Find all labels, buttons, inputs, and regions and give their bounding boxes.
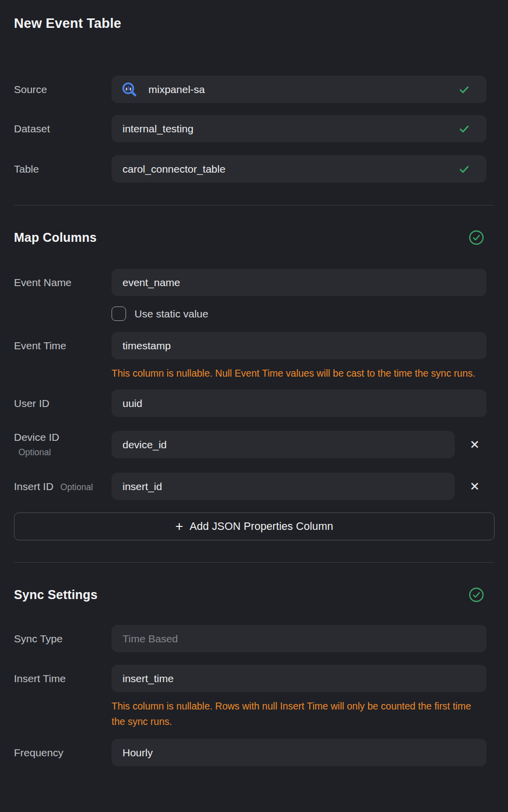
insert-time-value: insert_time	[123, 673, 174, 685]
insert-id-value: insert_id	[123, 481, 162, 493]
sync-type-row: Sync Type Time Based	[14, 625, 495, 652]
insert-time-input[interactable]: insert_time	[112, 665, 487, 692]
table-input[interactable]: carol_connector_table	[112, 155, 487, 183]
event-time-label: Event Time	[14, 340, 66, 351]
insert-id-optional-tag: Optional	[60, 482, 93, 493]
insert-time-nullable-warning: This column is nullable. Rows with null …	[112, 699, 484, 729]
event-time-value: timestamp	[123, 340, 171, 352]
dataset-input[interactable]: internal_testing	[112, 115, 487, 142]
frequency-input[interactable]: Hourly	[112, 739, 487, 766]
user-id-value: uuid	[123, 398, 142, 409]
device-id-input[interactable]: device_id	[112, 431, 455, 458]
source-label: Source	[14, 84, 47, 95]
sync-type-value: Time Based	[123, 633, 178, 645]
table-value: carol_connector_table	[123, 163, 226, 175]
frequency-label: Frequency	[14, 747, 63, 758]
insert-id-label: Insert ID	[14, 481, 53, 493]
frequency-value: Hourly	[123, 747, 153, 759]
map-columns-header: Map Columns	[14, 229, 495, 245]
page-title: New Event Table	[14, 15, 495, 32]
sync-type-label: Sync Type	[14, 633, 63, 644]
section-complete-check-icon	[469, 587, 484, 603]
static-value-row: Use static value	[112, 306, 495, 321]
event-name-row: Event Name event_name	[14, 269, 495, 296]
insert-id-row: Insert ID Optional insert_id ✕	[14, 473, 495, 500]
valid-check-icon	[458, 83, 471, 96]
insert-time-label: Insert Time	[14, 673, 66, 684]
device-id-remove-button[interactable]: ✕	[455, 431, 495, 458]
x-icon: ✕	[470, 481, 480, 493]
add-json-properties-button[interactable]: + Add JSON Properties Column	[14, 512, 495, 540]
dataset-label: Dataset	[14, 123, 50, 134]
source-value: mixpanel-sa	[148, 84, 205, 96]
add-json-properties-label: Add JSON Properties Column	[190, 520, 333, 533]
device-id-row: Device ID Optional device_id ✕	[14, 431, 495, 458]
dataset-value: internal_testing	[123, 123, 193, 135]
table-label: Table	[14, 163, 39, 175]
user-id-input[interactable]: uuid	[112, 390, 487, 417]
new-event-table-form: New Event Table Source mixpanel-sa Datas…	[0, 0, 508, 766]
valid-check-icon	[458, 163, 471, 176]
user-id-label: User ID	[14, 398, 49, 409]
event-time-row: Event Time timestamp	[14, 332, 495, 359]
x-icon: ✕	[470, 439, 480, 451]
plus-icon: +	[175, 520, 183, 533]
frequency-row: Frequency Hourly	[14, 739, 495, 766]
event-name-value: event_name	[123, 277, 180, 289]
event-name-input[interactable]: event_name	[112, 269, 487, 296]
insert-id-remove-button[interactable]: ✕	[455, 473, 495, 500]
insert-id-input[interactable]: insert_id	[112, 473, 455, 500]
device-id-optional-tag: Optional	[18, 447, 112, 458]
user-id-row: User ID uuid	[14, 390, 495, 417]
sync-settings-title: Sync Settings	[14, 588, 98, 602]
use-static-value-checkbox[interactable]	[112, 306, 126, 321]
section-divider	[14, 562, 495, 563]
map-columns-title: Map Columns	[14, 230, 97, 245]
event-time-input[interactable]: timestamp	[112, 332, 487, 359]
sync-settings-header: Sync Settings	[14, 587, 495, 603]
device-id-value: device_id	[123, 439, 167, 451]
use-static-value-label: Use static value	[134, 308, 208, 320]
mixpanel-logo-icon	[121, 81, 138, 98]
section-complete-check-icon	[469, 230, 484, 245]
source-row: Source mixpanel-sa	[14, 76, 495, 103]
sync-type-input: Time Based	[112, 625, 487, 652]
table-row: Table carol_connector_table	[14, 155, 495, 183]
event-time-nullable-warning: This column is nullable. Null Event Time…	[112, 366, 484, 381]
event-name-label: Event Name	[14, 277, 72, 288]
section-divider	[14, 205, 495, 205]
insert-time-row: Insert Time insert_time	[14, 665, 495, 692]
valid-check-icon	[458, 122, 471, 135]
source-input[interactable]: mixpanel-sa	[112, 76, 487, 103]
device-id-label: Device ID	[14, 431, 59, 443]
dataset-row: Dataset internal_testing	[14, 115, 495, 142]
